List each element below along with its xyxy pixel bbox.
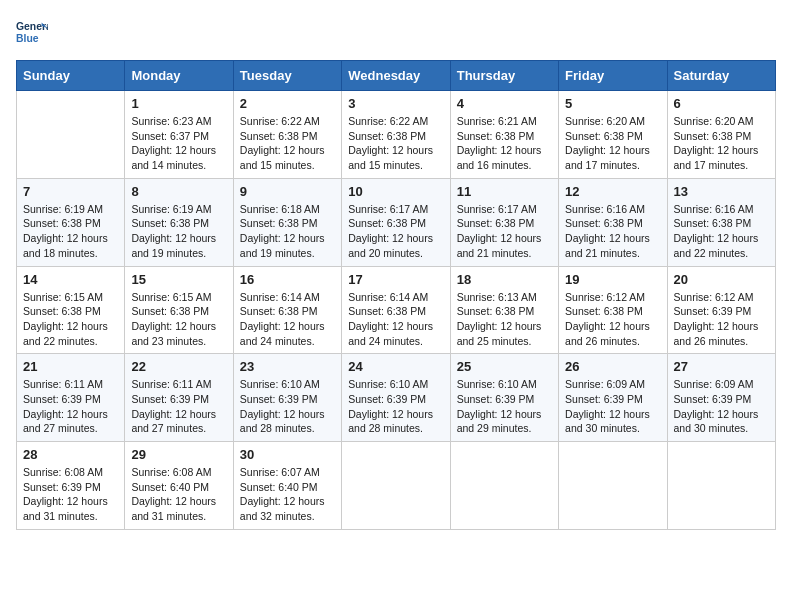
day-info: Sunrise: 6:22 AMSunset: 6:38 PMDaylight:…	[348, 114, 443, 173]
day-info: Sunrise: 6:07 AMSunset: 6:40 PMDaylight:…	[240, 465, 335, 524]
day-info: Sunrise: 6:15 AMSunset: 6:38 PMDaylight:…	[131, 290, 226, 349]
day-info: Sunrise: 6:20 AMSunset: 6:38 PMDaylight:…	[565, 114, 660, 173]
day-number: 14	[23, 272, 118, 287]
calendar-cell: 11Sunrise: 6:17 AMSunset: 6:38 PMDayligh…	[450, 178, 558, 266]
day-info: Sunrise: 6:17 AMSunset: 6:38 PMDaylight:…	[348, 202, 443, 261]
calendar-cell: 20Sunrise: 6:12 AMSunset: 6:39 PMDayligh…	[667, 266, 775, 354]
day-number: 7	[23, 184, 118, 199]
day-of-week-header: Saturday	[667, 61, 775, 91]
day-number: 13	[674, 184, 769, 199]
day-number: 27	[674, 359, 769, 374]
day-number: 12	[565, 184, 660, 199]
day-number: 28	[23, 447, 118, 462]
day-number: 15	[131, 272, 226, 287]
calendar-cell: 16Sunrise: 6:14 AMSunset: 6:38 PMDayligh…	[233, 266, 341, 354]
calendar-cell: 29Sunrise: 6:08 AMSunset: 6:40 PMDayligh…	[125, 442, 233, 530]
day-number: 3	[348, 96, 443, 111]
day-number: 9	[240, 184, 335, 199]
day-info: Sunrise: 6:14 AMSunset: 6:38 PMDaylight:…	[240, 290, 335, 349]
day-number: 26	[565, 359, 660, 374]
day-number: 30	[240, 447, 335, 462]
day-info: Sunrise: 6:09 AMSunset: 6:39 PMDaylight:…	[565, 377, 660, 436]
calendar-cell: 23Sunrise: 6:10 AMSunset: 6:39 PMDayligh…	[233, 354, 341, 442]
calendar-cell: 19Sunrise: 6:12 AMSunset: 6:38 PMDayligh…	[559, 266, 667, 354]
day-info: Sunrise: 6:08 AMSunset: 6:40 PMDaylight:…	[131, 465, 226, 524]
calendar-cell: 27Sunrise: 6:09 AMSunset: 6:39 PMDayligh…	[667, 354, 775, 442]
day-info: Sunrise: 6:17 AMSunset: 6:38 PMDaylight:…	[457, 202, 552, 261]
day-info: Sunrise: 6:16 AMSunset: 6:38 PMDaylight:…	[565, 202, 660, 261]
calendar-cell: 5Sunrise: 6:20 AMSunset: 6:38 PMDaylight…	[559, 91, 667, 179]
calendar-cell	[17, 91, 125, 179]
day-info: Sunrise: 6:20 AMSunset: 6:38 PMDaylight:…	[674, 114, 769, 173]
day-number: 8	[131, 184, 226, 199]
calendar-cell: 13Sunrise: 6:16 AMSunset: 6:38 PMDayligh…	[667, 178, 775, 266]
calendar-cell: 30Sunrise: 6:07 AMSunset: 6:40 PMDayligh…	[233, 442, 341, 530]
calendar-cell: 26Sunrise: 6:09 AMSunset: 6:39 PMDayligh…	[559, 354, 667, 442]
calendar-cell: 18Sunrise: 6:13 AMSunset: 6:38 PMDayligh…	[450, 266, 558, 354]
day-of-week-header: Tuesday	[233, 61, 341, 91]
day-number: 20	[674, 272, 769, 287]
calendar-cell: 6Sunrise: 6:20 AMSunset: 6:38 PMDaylight…	[667, 91, 775, 179]
day-number: 18	[457, 272, 552, 287]
day-number: 16	[240, 272, 335, 287]
day-info: Sunrise: 6:15 AMSunset: 6:38 PMDaylight:…	[23, 290, 118, 349]
day-number: 11	[457, 184, 552, 199]
calendar-cell: 9Sunrise: 6:18 AMSunset: 6:38 PMDaylight…	[233, 178, 341, 266]
day-info: Sunrise: 6:19 AMSunset: 6:38 PMDaylight:…	[23, 202, 118, 261]
day-info: Sunrise: 6:09 AMSunset: 6:39 PMDaylight:…	[674, 377, 769, 436]
day-info: Sunrise: 6:12 AMSunset: 6:39 PMDaylight:…	[674, 290, 769, 349]
day-number: 19	[565, 272, 660, 287]
day-info: Sunrise: 6:18 AMSunset: 6:38 PMDaylight:…	[240, 202, 335, 261]
calendar-cell: 17Sunrise: 6:14 AMSunset: 6:38 PMDayligh…	[342, 266, 450, 354]
day-number: 10	[348, 184, 443, 199]
day-info: Sunrise: 6:21 AMSunset: 6:38 PMDaylight:…	[457, 114, 552, 173]
day-number: 6	[674, 96, 769, 111]
day-info: Sunrise: 6:10 AMSunset: 6:39 PMDaylight:…	[240, 377, 335, 436]
calendar-cell	[450, 442, 558, 530]
day-info: Sunrise: 6:10 AMSunset: 6:39 PMDaylight:…	[348, 377, 443, 436]
day-number: 25	[457, 359, 552, 374]
day-number: 1	[131, 96, 226, 111]
calendar-cell	[559, 442, 667, 530]
calendar-cell: 15Sunrise: 6:15 AMSunset: 6:38 PMDayligh…	[125, 266, 233, 354]
page-header: General Blue	[16, 16, 776, 48]
day-number: 24	[348, 359, 443, 374]
calendar-cell: 25Sunrise: 6:10 AMSunset: 6:39 PMDayligh…	[450, 354, 558, 442]
day-number: 29	[131, 447, 226, 462]
day-info: Sunrise: 6:12 AMSunset: 6:38 PMDaylight:…	[565, 290, 660, 349]
calendar-cell: 2Sunrise: 6:22 AMSunset: 6:38 PMDaylight…	[233, 91, 341, 179]
day-info: Sunrise: 6:10 AMSunset: 6:39 PMDaylight:…	[457, 377, 552, 436]
svg-text:Blue: Blue	[16, 33, 39, 44]
calendar-cell: 12Sunrise: 6:16 AMSunset: 6:38 PMDayligh…	[559, 178, 667, 266]
day-info: Sunrise: 6:16 AMSunset: 6:38 PMDaylight:…	[674, 202, 769, 261]
calendar-cell: 7Sunrise: 6:19 AMSunset: 6:38 PMDaylight…	[17, 178, 125, 266]
calendar-cell	[342, 442, 450, 530]
calendar-cell: 24Sunrise: 6:10 AMSunset: 6:39 PMDayligh…	[342, 354, 450, 442]
day-number: 22	[131, 359, 226, 374]
day-number: 21	[23, 359, 118, 374]
day-info: Sunrise: 6:14 AMSunset: 6:38 PMDaylight:…	[348, 290, 443, 349]
calendar-cell: 28Sunrise: 6:08 AMSunset: 6:39 PMDayligh…	[17, 442, 125, 530]
day-number: 17	[348, 272, 443, 287]
calendar-cell: 14Sunrise: 6:15 AMSunset: 6:38 PMDayligh…	[17, 266, 125, 354]
day-number: 4	[457, 96, 552, 111]
day-info: Sunrise: 6:08 AMSunset: 6:39 PMDaylight:…	[23, 465, 118, 524]
day-info: Sunrise: 6:22 AMSunset: 6:38 PMDaylight:…	[240, 114, 335, 173]
calendar-cell: 1Sunrise: 6:23 AMSunset: 6:37 PMDaylight…	[125, 91, 233, 179]
calendar-cell: 22Sunrise: 6:11 AMSunset: 6:39 PMDayligh…	[125, 354, 233, 442]
calendar-table: SundayMondayTuesdayWednesdayThursdayFrid…	[16, 60, 776, 530]
day-info: Sunrise: 6:23 AMSunset: 6:37 PMDaylight:…	[131, 114, 226, 173]
logo: General Blue	[16, 16, 48, 48]
day-number: 5	[565, 96, 660, 111]
day-of-week-header: Wednesday	[342, 61, 450, 91]
day-info: Sunrise: 6:19 AMSunset: 6:38 PMDaylight:…	[131, 202, 226, 261]
day-info: Sunrise: 6:11 AMSunset: 6:39 PMDaylight:…	[131, 377, 226, 436]
day-of-week-header: Thursday	[450, 61, 558, 91]
day-number: 2	[240, 96, 335, 111]
calendar-cell: 10Sunrise: 6:17 AMSunset: 6:38 PMDayligh…	[342, 178, 450, 266]
calendar-cell: 4Sunrise: 6:21 AMSunset: 6:38 PMDaylight…	[450, 91, 558, 179]
day-of-week-header: Monday	[125, 61, 233, 91]
day-info: Sunrise: 6:11 AMSunset: 6:39 PMDaylight:…	[23, 377, 118, 436]
calendar-cell: 8Sunrise: 6:19 AMSunset: 6:38 PMDaylight…	[125, 178, 233, 266]
svg-text:General: General	[16, 21, 48, 32]
